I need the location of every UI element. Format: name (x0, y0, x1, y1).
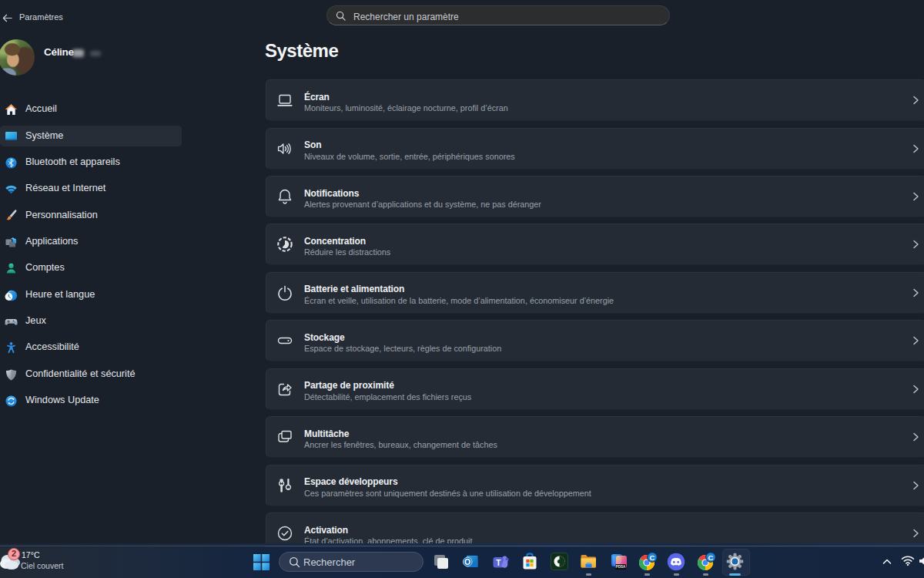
svg-text:C: C (708, 553, 714, 562)
svg-text:T: T (496, 559, 500, 567)
svg-text:O: O (464, 557, 470, 566)
svg-text:C: C (650, 553, 655, 562)
svg-text:PDSA: PDSA (616, 565, 626, 569)
